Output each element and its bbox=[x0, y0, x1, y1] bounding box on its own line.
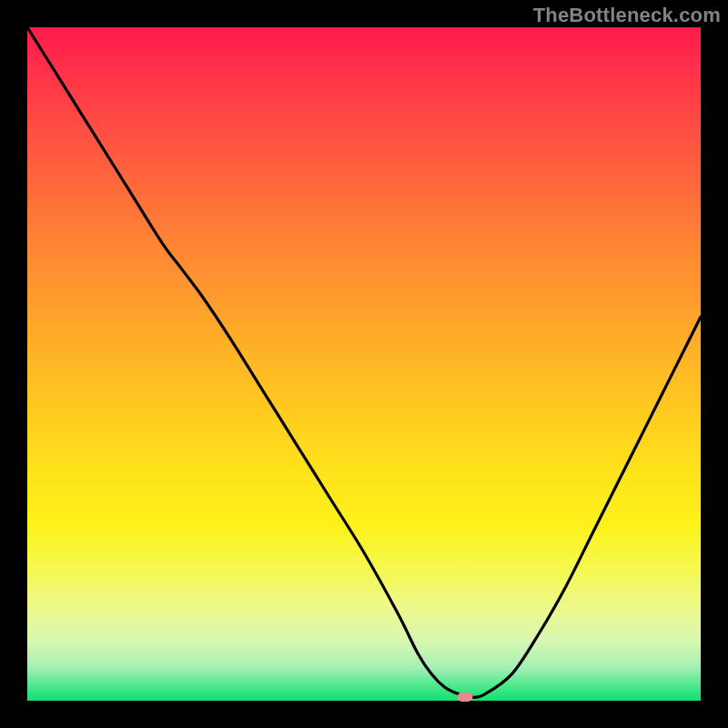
watermark-text: TheBottleneck.com bbox=[533, 4, 721, 27]
curve-line bbox=[27, 27, 701, 697]
optimum-marker bbox=[458, 693, 473, 702]
chart-frame: TheBottleneck.com bbox=[0, 0, 728, 728]
plot-area bbox=[27, 27, 701, 701]
bottleneck-curve bbox=[27, 27, 701, 701]
